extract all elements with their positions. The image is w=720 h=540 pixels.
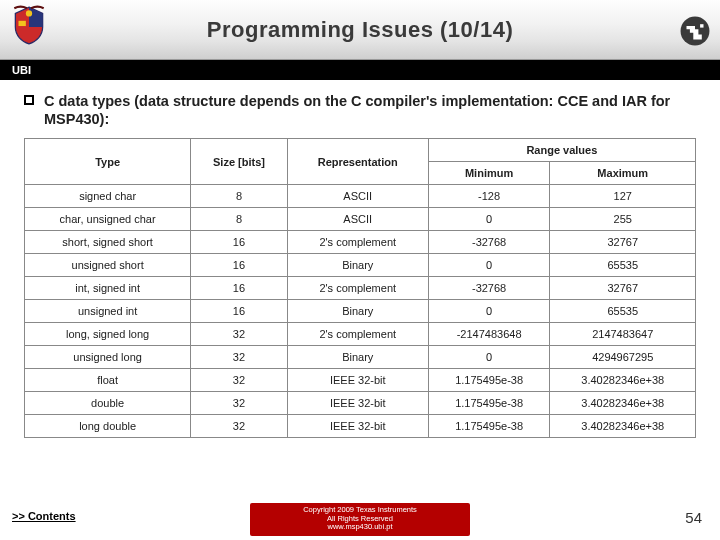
- cell-size: 16: [191, 300, 287, 323]
- cell-repr: Binary: [287, 300, 428, 323]
- ubi-label: UBI: [12, 64, 31, 76]
- cell-size: 16: [191, 254, 287, 277]
- copyright-band: Copyright 2009 Texas Instruments All Rig…: [250, 503, 470, 536]
- cell-size: 16: [191, 231, 287, 254]
- cell-max: 3.40282346e+38: [550, 415, 696, 438]
- slide-footer: >> Contents Copyright 2009 Texas Instrum…: [0, 496, 720, 540]
- cell-max: 3.40282346e+38: [550, 369, 696, 392]
- cell-type: int, signed int: [25, 277, 191, 300]
- bullet-item: C data types (data structure depends on …: [24, 92, 696, 128]
- cell-max: 2147483647: [550, 323, 696, 346]
- cell-min: 0: [428, 346, 550, 369]
- cell-repr: IEEE 32-bit: [287, 392, 428, 415]
- cell-type: short, signed short: [25, 231, 191, 254]
- svg-rect-3: [700, 24, 703, 27]
- cell-max: 65535: [550, 254, 696, 277]
- cell-size: 8: [191, 208, 287, 231]
- ti-logo-icon: [678, 14, 712, 48]
- col-range: Range values: [428, 139, 695, 162]
- svg-rect-0: [19, 21, 26, 26]
- cell-max: 32767: [550, 277, 696, 300]
- cell-min: 0: [428, 254, 550, 277]
- cell-type: float: [25, 369, 191, 392]
- cell-size: 8: [191, 185, 287, 208]
- cell-max: 32767: [550, 231, 696, 254]
- cell-type: unsigned short: [25, 254, 191, 277]
- cell-size: 32: [191, 346, 287, 369]
- table-body: signed char8ASCII-128127char, unsigned c…: [25, 185, 696, 438]
- table-row: unsigned int16Binary065535: [25, 300, 696, 323]
- cell-size: 32: [191, 369, 287, 392]
- cell-repr: IEEE 32-bit: [287, 369, 428, 392]
- datatypes-table: Type Size [bits] Representation Range va…: [24, 138, 696, 438]
- cell-type: long, signed long: [25, 323, 191, 346]
- cell-min: 1.175495e-38: [428, 392, 550, 415]
- cell-min: -2147483648: [428, 323, 550, 346]
- table-row: unsigned long32Binary04294967295: [25, 346, 696, 369]
- ubi-bar: UBI: [0, 60, 720, 80]
- table-row: signed char8ASCII-128127: [25, 185, 696, 208]
- slide-body: C data types (data structure depends on …: [0, 80, 720, 540]
- contents-link[interactable]: >> Contents: [12, 510, 76, 522]
- cell-repr: 2's complement: [287, 323, 428, 346]
- cell-type: double: [25, 392, 191, 415]
- col-type: Type: [25, 139, 191, 185]
- cell-repr: 2's complement: [287, 277, 428, 300]
- table-head: Type Size [bits] Representation Range va…: [25, 139, 696, 185]
- table-row: long, signed long322's complement-214748…: [25, 323, 696, 346]
- cell-max: 4294967295: [550, 346, 696, 369]
- cell-size: 32: [191, 323, 287, 346]
- cell-min: 1.175495e-38: [428, 369, 550, 392]
- cell-size: 32: [191, 415, 287, 438]
- table-row: float32IEEE 32-bit1.175495e-383.40282346…: [25, 369, 696, 392]
- cell-repr: 2's complement: [287, 231, 428, 254]
- cell-min: -32768: [428, 277, 550, 300]
- table-row: long double32IEEE 32-bit1.175495e-383.40…: [25, 415, 696, 438]
- cell-max: 255: [550, 208, 696, 231]
- cell-type: signed char: [25, 185, 191, 208]
- col-repr: Representation: [287, 139, 428, 185]
- bullet-square-icon: [24, 95, 34, 105]
- cell-size: 16: [191, 277, 287, 300]
- cell-min: 1.175495e-38: [428, 415, 550, 438]
- cell-min: -128: [428, 185, 550, 208]
- svg-point-1: [26, 10, 32, 16]
- table-row: int, signed int162's complement-32768327…: [25, 277, 696, 300]
- cell-repr: Binary: [287, 346, 428, 369]
- crest-logo-icon: [8, 4, 50, 46]
- col-min: Minimum: [428, 162, 550, 185]
- slide: Programming Issues (10/14) UBI C data ty…: [0, 0, 720, 540]
- cell-repr: Binary: [287, 254, 428, 277]
- table-row: unsigned short16Binary065535: [25, 254, 696, 277]
- table-row: char, unsigned char8ASCII0255: [25, 208, 696, 231]
- cell-max: 65535: [550, 300, 696, 323]
- cell-min: 0: [428, 300, 550, 323]
- cell-min: 0: [428, 208, 550, 231]
- cell-repr: ASCII: [287, 208, 428, 231]
- cell-repr: IEEE 32-bit: [287, 415, 428, 438]
- cell-type: unsigned int: [25, 300, 191, 323]
- col-max: Maximum: [550, 162, 696, 185]
- website-text: www.msp430.ubi.pt: [256, 523, 464, 532]
- cell-max: 127: [550, 185, 696, 208]
- bullet-text: C data types (data structure depends on …: [44, 92, 696, 128]
- cell-size: 32: [191, 392, 287, 415]
- slide-header: Programming Issues (10/14): [0, 0, 720, 60]
- slide-title: Programming Issues (10/14): [18, 17, 702, 43]
- table-row: short, signed short162's complement-3276…: [25, 231, 696, 254]
- table-row: double32IEEE 32-bit1.175495e-383.4028234…: [25, 392, 696, 415]
- cell-max: 3.40282346e+38: [550, 392, 696, 415]
- cell-type: unsigned long: [25, 346, 191, 369]
- cell-repr: ASCII: [287, 185, 428, 208]
- page-number: 54: [685, 509, 702, 526]
- col-size: Size [bits]: [191, 139, 287, 185]
- cell-type: long double: [25, 415, 191, 438]
- cell-min: -32768: [428, 231, 550, 254]
- cell-type: char, unsigned char: [25, 208, 191, 231]
